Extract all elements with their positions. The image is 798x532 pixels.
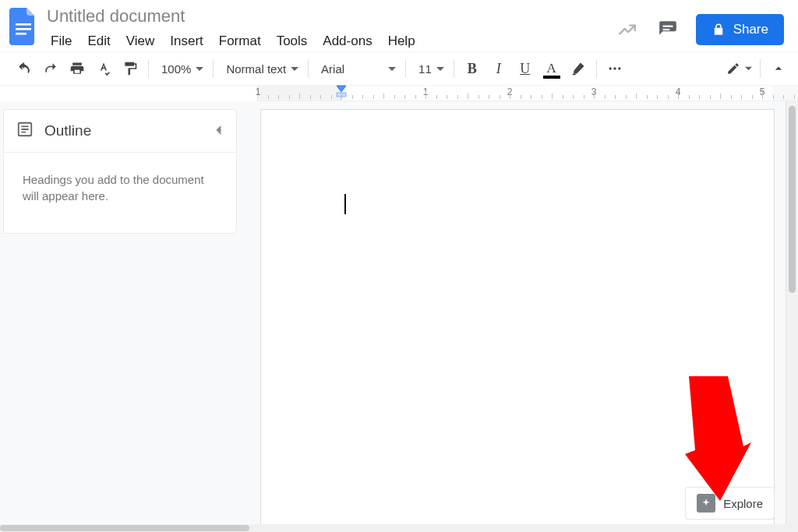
menu-addons[interactable]: Add-ons <box>316 31 379 51</box>
text-color-button[interactable]: A <box>538 57 565 80</box>
paragraph-style-combo[interactable]: Normal text <box>218 59 303 79</box>
paragraph-style-value: Normal text <box>226 62 286 76</box>
menu-view[interactable]: View <box>119 31 162 51</box>
svg-rect-3 <box>662 26 673 27</box>
chevron-down-icon <box>388 62 396 76</box>
underline-button[interactable]: U <box>512 57 538 80</box>
outline-title: Outline <box>44 122 91 139</box>
editing-mode-button[interactable] <box>723 57 755 80</box>
svg-point-5 <box>609 67 611 69</box>
share-label: Share <box>733 22 768 37</box>
vertical-scrollbar[interactable] <box>786 101 798 532</box>
outline-panel: Outline Headings you add to the document… <box>3 109 237 234</box>
document-area[interactable] <box>260 101 786 532</box>
ruler-number: 1 <box>256 86 261 97</box>
docs-logo-icon[interactable] <box>8 8 39 45</box>
undo-button[interactable] <box>11 57 37 80</box>
horizontal-ruler[interactable]: 1 1 2 3 4 5 <box>257 86 798 101</box>
menu-edit[interactable]: Edit <box>80 31 117 51</box>
svg-rect-0 <box>16 23 31 26</box>
menu-insert[interactable]: Insert <box>163 31 210 51</box>
svg-rect-1 <box>16 28 31 30</box>
scrollbar-thumb[interactable] <box>789 106 796 293</box>
document-page[interactable] <box>260 109 775 532</box>
horizontal-scrollbar[interactable] <box>0 524 798 532</box>
ruler-row: 1 1 2 3 4 5 <box>0 86 798 101</box>
scrollbar-thumb[interactable] <box>0 525 249 531</box>
menu-help[interactable]: Help <box>381 31 422 51</box>
highlight-button[interactable] <box>565 57 591 80</box>
paint-format-button[interactable] <box>117 57 143 80</box>
menu-tools[interactable]: Tools <box>270 31 315 51</box>
svg-rect-2 <box>16 33 26 35</box>
comments-icon[interactable] <box>655 17 680 42</box>
workspace: Outline Headings you add to the document… <box>0 101 798 532</box>
font-size-combo[interactable]: 11 <box>411 59 449 79</box>
explore-icon <box>697 494 715 513</box>
zoom-combo[interactable]: 100% <box>154 59 208 79</box>
activity-icon[interactable] <box>615 17 640 42</box>
menu-file[interactable]: File <box>44 31 79 51</box>
chevron-down-icon <box>291 62 298 76</box>
bold-button[interactable]: B <box>459 57 486 80</box>
lock-icon <box>711 23 726 37</box>
redo-button[interactable] <box>37 57 64 80</box>
italic-button[interactable]: I <box>486 57 512 80</box>
toolbar: 100% Normal text Arial 11 B I U A <box>0 51 798 86</box>
collapse-toolbar-button[interactable] <box>765 57 792 80</box>
chevron-down-icon <box>436 62 444 76</box>
more-button[interactable] <box>602 57 628 80</box>
explore-button[interactable]: Explore <box>685 487 775 520</box>
document-title[interactable]: Untitled document <box>44 6 422 26</box>
svg-point-7 <box>618 67 620 69</box>
menu-format[interactable]: Format <box>212 31 268 51</box>
explore-label: Explore <box>723 497 763 510</box>
font-combo[interactable]: Arial <box>313 59 401 79</box>
text-cursor <box>344 194 346 214</box>
outline-empty-text: Headings you add to the document will ap… <box>4 153 236 223</box>
svg-rect-4 <box>662 29 669 30</box>
chevron-down-icon <box>196 62 203 76</box>
zoom-value: 100% <box>161 62 191 76</box>
menubar: File Edit View Insert Format Tools Add-o… <box>44 31 422 51</box>
svg-point-6 <box>613 67 616 69</box>
app-header: Untitled document File Edit View Insert … <box>0 0 798 51</box>
share-button[interactable]: Share <box>696 14 784 45</box>
spellcheck-button[interactable] <box>90 57 117 80</box>
collapse-outline-button[interactable] <box>214 124 224 138</box>
font-value: Arial <box>321 62 344 76</box>
print-button[interactable] <box>64 57 90 80</box>
font-size-value: 11 <box>418 62 432 76</box>
outline-icon <box>16 121 34 141</box>
